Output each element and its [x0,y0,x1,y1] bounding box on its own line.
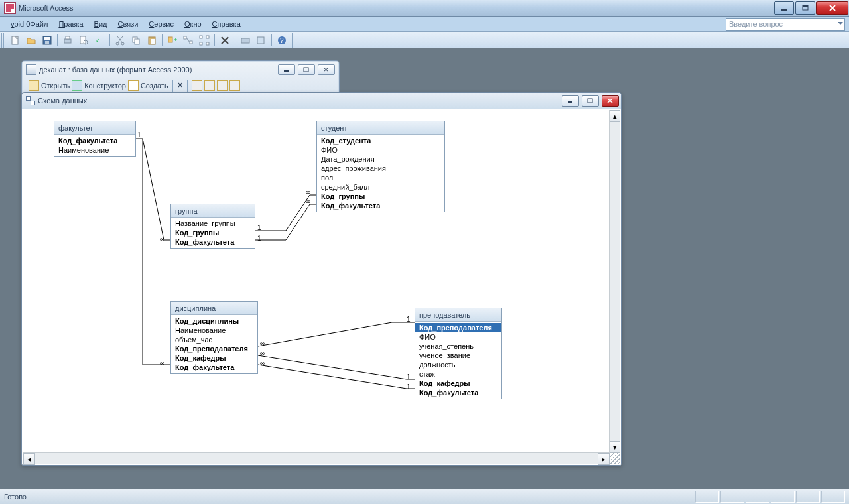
menu-view[interactable]: Вид [89,19,113,29]
table-field[interactable]: Код_группы [171,228,255,237]
table-title[interactable]: факультет [54,121,135,135]
delete-icon[interactable]: ✕ [177,81,183,90]
table-field[interactable]: ученое_звание [415,351,501,360]
design-button[interactable]: Конструктор [84,82,126,90]
schema-canvas[interactable]: 1 ∞ ∞ 1 1 ∞ ∞ ∞ ∞ ∞ 1 1 1 факультет Код_… [23,110,610,453]
new-object-icon[interactable] [254,33,269,48]
table-field[interactable]: ФИО [317,145,444,155]
schema-window[interactable]: Схема данных 1 ∞ [21,92,622,466]
table-field[interactable]: средний_балл [317,182,444,192]
schema-minimize-button[interactable] [562,95,579,107]
save-icon[interactable] [40,33,54,48]
new-icon[interactable] [8,33,23,48]
table-field[interactable]: Код_кафедры [171,353,257,363]
table-field[interactable]: объем_час [171,335,257,344]
schema-maximize-button[interactable] [582,95,599,107]
table-field[interactable]: адрес_проживания [317,164,444,173]
database-window[interactable]: деканат : база данных (формат Access 200… [21,60,340,94]
toolbar-grip[interactable] [1,33,5,48]
table-field[interactable]: Дата_рождения [317,155,444,164]
print-rel-icon[interactable] [238,33,253,48]
scroll-up-icon[interactable]: ▴ [610,110,620,122]
table-group[interactable]: группа Название_группыКод_группыКод_факу… [170,204,255,249]
view-large-icon[interactable] [192,80,202,91]
minimize-button[interactable] [774,1,794,15]
menu-tools[interactable]: Сервис [143,19,179,29]
preview-icon[interactable] [76,33,91,48]
table-field[interactable]: ученая_степень [415,342,501,351]
table-field[interactable]: Наименование [54,145,135,155]
table-title[interactable]: преподаватель [415,308,501,322]
table-field[interactable]: Код_преподавателя [415,323,501,332]
vertical-scrollbar[interactable]: ▴ ▾ [609,110,620,453]
table-field[interactable]: ФИО [415,332,501,342]
table-field[interactable]: Код_группы [317,192,444,201]
maximize-button[interactable] [795,1,815,15]
cut-icon[interactable] [113,33,127,48]
table-field[interactable]: должность [415,360,501,369]
table-field[interactable]: Код_факультета [171,363,257,372]
table-title[interactable]: дисциплина [171,302,257,315]
table-student[interactable]: студент Код_студентаФИОДата_рожденияадре… [316,121,445,212]
table-faculty[interactable]: факультет Код_факультетаНаименование [54,121,136,157]
ask-question-box[interactable]: Введите вопрос [726,18,845,31]
table-field[interactable]: Код_кафедры [415,379,501,388]
table-field[interactable]: Код_студента [317,136,444,145]
schema-window-header[interactable]: Схема данных [22,93,621,109]
show-direct-icon[interactable] [181,33,196,48]
scroll-down-icon[interactable]: ▾ [610,441,620,453]
horizontal-scrollbar[interactable]: ◂ ▸ [23,452,610,464]
database-window-header[interactable]: деканат : база данных (формат Access 200… [22,61,339,78]
print-icon[interactable] [60,33,75,48]
svg-rect-17 [151,39,155,44]
scroll-right-icon[interactable]: ▸ [598,453,610,465]
table-title[interactable]: группа [171,204,255,218]
table-field[interactable]: Наименование [171,326,257,335]
table-teacher[interactable]: преподаватель Код_преподавателяФИОученая… [415,308,502,399]
db-maximize-button[interactable] [298,64,315,75]
view-list-icon[interactable] [217,80,228,91]
spell-icon[interactable]: ✓ [92,33,107,48]
show-all-icon[interactable] [197,33,212,48]
paste-icon[interactable] [145,33,159,48]
view-small-icon[interactable] [204,80,215,91]
table-field[interactable]: Код_дисциплины [171,316,257,326]
view-details-icon[interactable] [229,80,240,91]
svg-rect-34 [588,99,592,103]
schema-close-button[interactable] [602,95,619,107]
menu-window[interactable]: Окно [179,19,207,29]
table-field[interactable]: пол [317,173,444,182]
help-icon[interactable]: ? [275,33,289,48]
card-many: ∞ [160,235,164,243]
db-minimize-button[interactable] [278,64,295,75]
table-field[interactable]: Код_факультета [171,237,255,247]
scroll-left-icon[interactable]: ◂ [23,453,35,465]
separator [187,80,188,92]
table-field[interactable]: стаж [415,369,501,379]
relationships-icon [26,96,35,105]
table-field[interactable]: Название_группы [171,219,255,228]
db-close-button[interactable] [318,64,335,75]
menu-edit[interactable]: Правка [53,19,88,29]
table-field[interactable]: Код_факультета [415,388,501,397]
open-button[interactable]: Открыть [41,82,70,90]
table-title[interactable]: студент [317,121,444,135]
new-object-icon[interactable] [128,80,139,91]
delete-icon[interactable] [218,33,232,48]
close-button[interactable] [816,1,848,15]
table-field[interactable]: Код_преподавателя [171,344,257,353]
menu-help[interactable]: Справка [207,19,246,29]
menu-file[interactable]: void 0Файл [5,19,53,29]
menu-relations[interactable]: Связи [113,19,144,29]
show-table-icon[interactable]: + [165,33,180,48]
open-object-icon[interactable] [29,80,39,91]
open-icon[interactable] [24,33,38,48]
design-object-icon[interactable] [72,80,82,91]
toolbar-grip-end[interactable] [292,33,296,48]
new-button[interactable]: Создать [141,82,168,90]
copy-icon[interactable] [129,33,143,48]
table-field[interactable]: Код_факультета [317,201,444,210]
resize-grip[interactable] [610,453,620,464]
table-field[interactable]: Код_факультета [54,136,135,145]
table-discipline[interactable]: дисциплина Код_дисциплиныНаименованиеобъ… [170,301,258,374]
